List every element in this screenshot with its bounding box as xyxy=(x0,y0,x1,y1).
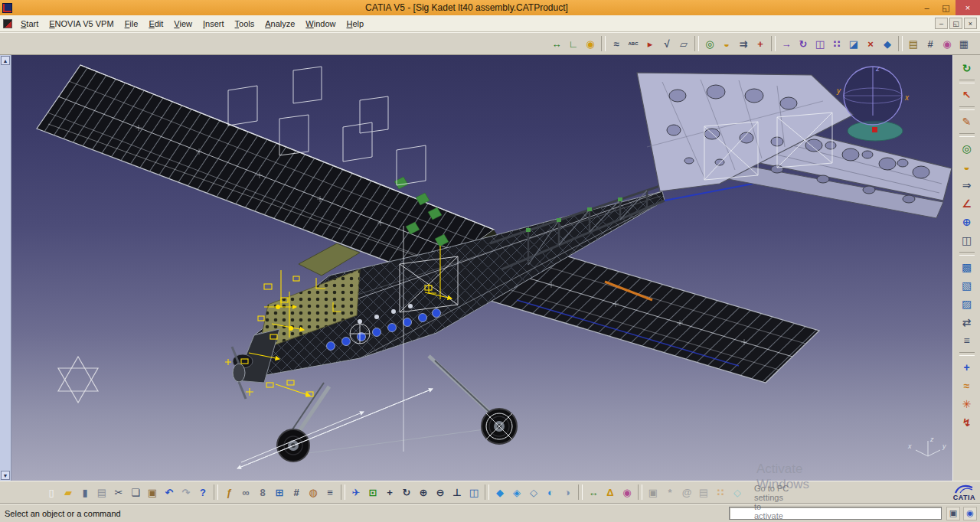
knowledge-inspector-icon[interactable]: ∞ xyxy=(237,484,254,501)
tail-boom[interactable] xyxy=(490,179,777,269)
fit-all-in-icon[interactable]: ⊡ xyxy=(364,484,381,501)
design-table-icon[interactable]: ⊞ xyxy=(271,484,288,501)
shading-icon[interactable]: ◆ xyxy=(492,484,508,501)
redo-icon[interactable]: ↷ xyxy=(178,484,194,501)
save-icon[interactable]: ▮ xyxy=(77,484,93,501)
publish-icon[interactable]: @ xyxy=(678,484,695,501)
mdi-restore-button[interactable]: ◱ xyxy=(949,18,962,29)
link-manager-icon[interactable]: 8 xyxy=(254,484,271,501)
undo-icon[interactable]: ↶ xyxy=(161,484,178,501)
wireframe-icon[interactable]: ◇ xyxy=(525,484,542,501)
mdi-minimize-button[interactable]: – xyxy=(935,18,948,29)
weld-feature-icon[interactable]: ≈ xyxy=(608,35,625,52)
zoom-out-icon[interactable]: ⊖ xyxy=(432,484,449,501)
3d-viewport[interactable]: z y x z x y xyxy=(11,55,952,481)
power-input-icon[interactable]: ◉ xyxy=(963,507,977,520)
sketcher-icon[interactable]: ✎ xyxy=(958,113,976,131)
text-with-leader-icon[interactable]: ABC xyxy=(625,35,642,52)
command-input[interactable] xyxy=(729,507,942,520)
cut-icon[interactable]: ✂ xyxy=(110,484,127,501)
iso-view-icon[interactable]: ◇ xyxy=(729,484,746,501)
measure-between-icon[interactable]: ↔ xyxy=(585,484,602,501)
menu-help[interactable]: Help xyxy=(341,17,370,31)
options-grid-icon[interactable]: ▦ xyxy=(956,35,972,52)
measure-inertia-icon[interactable]: Δ xyxy=(602,484,619,501)
offset-constraint-icon[interactable]: ⇒ xyxy=(958,176,976,194)
menu-tools[interactable]: Tools xyxy=(230,17,260,31)
update-assembly-icon[interactable]: ↻ xyxy=(958,59,976,77)
menu-edit[interactable]: Edit xyxy=(143,17,168,31)
sectioning-icon[interactable]: ◪ xyxy=(845,35,862,52)
left-wing[interactable] xyxy=(37,65,494,277)
whats-this-icon[interactable]: ? xyxy=(194,484,211,501)
pixel-grid-icon[interactable]: ∷ xyxy=(712,484,729,501)
menu-window[interactable]: Window xyxy=(300,17,341,31)
fix-together-icon[interactable]: ◫ xyxy=(958,231,976,250)
annotation-plane-icon[interactable]: ▱ xyxy=(675,35,692,52)
explode-icon[interactable]: ✳ xyxy=(958,395,976,413)
fix-constraint-icon[interactable]: + xyxy=(752,35,769,52)
anchor-constraint-icon[interactable]: ⊕ xyxy=(958,213,976,231)
replace-component-icon[interactable]: ⇄ xyxy=(958,313,976,331)
print-preview-icon[interactable]: ▤ xyxy=(695,484,712,501)
datum-star[interactable] xyxy=(58,357,98,403)
normal-view-icon[interactable]: ⊥ xyxy=(449,484,466,501)
copy-icon[interactable]: ❏ xyxy=(127,484,144,501)
3d-scene[interactable]: z y x z x y xyxy=(11,55,952,481)
coincidence-constraint-icon[interactable]: ◎ xyxy=(958,139,976,158)
catalog-browser-icon[interactable]: ▤ xyxy=(905,35,922,52)
landing-gear[interactable] xyxy=(277,356,517,462)
scroll-down-icon[interactable]: ▼ xyxy=(1,471,10,480)
select-icon[interactable]: ↖ xyxy=(958,86,976,104)
open-icon[interactable]: ▰ xyxy=(60,484,77,501)
new-component-icon[interactable]: ▩ xyxy=(958,258,976,276)
fly-mode-icon[interactable]: ✈ xyxy=(348,484,364,501)
apply-material-icon[interactable]: ◉ xyxy=(939,35,956,52)
contact-constraint-icon[interactable]: ◒ xyxy=(958,158,976,176)
clash-analysis-icon[interactable]: × xyxy=(862,35,879,52)
close-button[interactable]: × xyxy=(956,0,980,15)
catalog-icon[interactable]: ◍ xyxy=(305,484,322,501)
formula-icon[interactable]: ƒ xyxy=(220,484,237,501)
product-graph-icon[interactable]: # xyxy=(922,35,939,52)
measure-item-icon[interactable]: ∟ xyxy=(565,35,582,52)
symmetry-icon[interactable]: ◫ xyxy=(812,35,828,52)
new-part-icon[interactable]: ▨ xyxy=(958,295,976,313)
translate-component-icon[interactable]: → xyxy=(778,35,795,52)
menu-analyze[interactable]: Analyze xyxy=(260,17,300,31)
menu-view[interactable]: View xyxy=(168,17,198,31)
restore-button[interactable]: ◱ xyxy=(936,1,956,15)
view-compass[interactable]: z y x xyxy=(836,64,910,141)
offset-constraint-icon[interactable]: ⇉ xyxy=(735,35,752,52)
measure-inertia-icon[interactable]: ◉ xyxy=(582,35,599,52)
multi-view-icon[interactable]: ◫ xyxy=(466,484,482,501)
contact-constraint-icon[interactable]: ◒ xyxy=(718,35,735,52)
manipulation-icon[interactable]: + xyxy=(958,358,976,377)
camera-icon[interactable]: ▣ xyxy=(645,484,662,501)
measure-between-icon[interactable]: ↔ xyxy=(548,35,565,52)
menu-file[interactable]: File xyxy=(119,17,144,31)
product-structure-icon[interactable]: # xyxy=(288,484,305,501)
coincidence-constraint-icon[interactable]: ◎ xyxy=(701,35,718,52)
graph-tree-reordering-icon[interactable]: ≡ xyxy=(958,331,976,350)
mdi-close-button[interactable]: × xyxy=(964,18,977,29)
roughness-symbol-icon[interactable]: √ xyxy=(658,35,675,52)
pan-icon[interactable]: + xyxy=(381,484,398,501)
swap-visible-space-icon[interactable]: ◑ xyxy=(559,484,576,501)
scroll-up-icon[interactable]: ▲ xyxy=(1,56,10,65)
angle-constraint-icon[interactable]: ∠ xyxy=(958,194,976,213)
flag-note-icon[interactable]: ▸ xyxy=(642,35,658,52)
new-document-icon[interactable]: ▯ xyxy=(43,484,60,501)
minimize-button[interactable]: – xyxy=(917,1,936,15)
rotate-view-icon[interactable]: ↻ xyxy=(398,484,415,501)
snap-icon[interactable]: ≈ xyxy=(958,377,976,395)
rotate-component-icon[interactable]: ↻ xyxy=(795,35,812,52)
hide-show-icon[interactable]: ◐ xyxy=(542,484,559,501)
menu-enovia-v5-vpm[interactable]: ENOVIA V5 VPM xyxy=(44,17,119,31)
specifications-icon[interactable]: ≡ xyxy=(322,484,338,501)
menu-start[interactable]: Start xyxy=(15,17,44,31)
apply-material-icon[interactable]: ◉ xyxy=(619,484,635,501)
paste-icon[interactable]: ▣ xyxy=(144,484,161,501)
new-product-icon[interactable]: ▧ xyxy=(958,276,976,295)
command-list-icon[interactable]: ▣ xyxy=(946,507,960,520)
